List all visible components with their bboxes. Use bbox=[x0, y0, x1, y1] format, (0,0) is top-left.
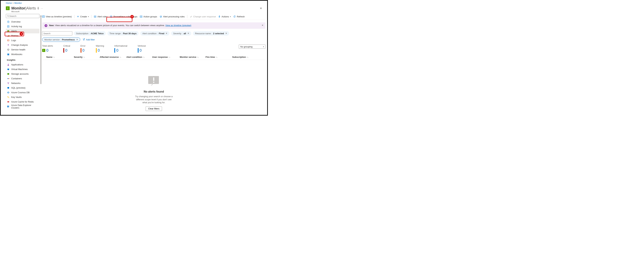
filter-pill-1[interactable]: Time range : Past 30 days bbox=[108, 31, 138, 36]
column-severity[interactable]: Severity↑↓ bbox=[74, 56, 100, 58]
sidebar-item-change-analysis[interactable]: Change Analysis bbox=[6, 43, 40, 47]
svg-rect-51 bbox=[153, 77, 154, 81]
lightning-icon bbox=[218, 15, 220, 18]
toolbar-action-groups[interactable]: Action groups bbox=[140, 15, 157, 18]
metric-critical[interactable]: Critical0 bbox=[63, 44, 70, 53]
breadcrumb-monitor[interactable]: Monitor bbox=[14, 2, 22, 4]
sidebar-item-workbooks[interactable]: Workbooks bbox=[6, 52, 40, 57]
pin-icon[interactable] bbox=[37, 7, 40, 9]
sort-icon: ↑↓ bbox=[216, 56, 218, 58]
sidebar-item-sql[interactable]: SQL (preview) bbox=[6, 85, 40, 90]
svg-rect-41 bbox=[140, 16, 141, 17]
metrics-icon bbox=[7, 34, 10, 37]
metric-error[interactable]: Error0 bbox=[80, 44, 86, 53]
remove-filter-icon[interactable]: ✕ bbox=[76, 38, 78, 41]
sidebar-item-activity-log[interactable]: Activity log bbox=[6, 24, 40, 29]
sql-icon bbox=[7, 87, 10, 89]
column-affected-resource[interactable]: Affected resource↑↓ bbox=[100, 56, 126, 58]
applications-icon bbox=[7, 63, 10, 66]
containers-icon bbox=[7, 77, 10, 80]
toolbar-create[interactable]: Create ▾ bbox=[77, 15, 89, 18]
toolbar-processing-rules[interactable]: Alert processing rules bbox=[160, 15, 185, 18]
sidebar-item-azure-cache-redis[interactable]: Azure Cache for Redis bbox=[6, 99, 40, 104]
column-alert-condition[interactable]: Alert condition↑↓ bbox=[126, 56, 152, 58]
scrollbar-thumb[interactable] bbox=[40, 15, 42, 84]
overview-icon bbox=[7, 21, 10, 23]
add-filter-button[interactable]: Add filter bbox=[83, 38, 95, 41]
sidebar-item-label: Azure Cache for Redis bbox=[11, 100, 34, 103]
metric-warning[interactable]: Warning0 bbox=[96, 44, 104, 53]
remove-filter-icon[interactable]: ✕ bbox=[188, 32, 189, 34]
toolbar: View as timeline (preview) Create ▾ Aler… bbox=[42, 14, 266, 20]
filter-pill-0[interactable]: Subscription : ACME Telco bbox=[74, 31, 106, 36]
column-name[interactable]: Name↑↓ bbox=[46, 56, 74, 58]
sidebar-item-overview[interactable]: Overview bbox=[6, 19, 40, 24]
column-fire-time[interactable]: Fire time↑↓ bbox=[206, 56, 232, 58]
sort-icon: ↑↓ bbox=[246, 56, 248, 58]
sidebar-item-networks[interactable]: Networks bbox=[6, 81, 40, 85]
filter-icon bbox=[83, 38, 85, 41]
column-subscription[interactable]: Subscription↑↓ bbox=[232, 56, 253, 58]
close-blade-icon[interactable]: ✕ bbox=[260, 7, 262, 10]
banner-text: New: View alerts visualized on a timelin… bbox=[49, 24, 191, 27]
sidebar-item-cosmos-db[interactable]: Azure Cosmos DB bbox=[6, 90, 40, 95]
alerts-search[interactable] bbox=[42, 31, 72, 35]
prometheus-icon bbox=[110, 15, 112, 18]
banner-link[interactable]: View as timeline (preview) bbox=[165, 24, 191, 27]
sort-icon: ↑↓ bbox=[197, 56, 199, 58]
sidebar-search-input[interactable] bbox=[9, 15, 38, 17]
breadcrumb-home[interactable]: Home bbox=[6, 2, 12, 4]
svg-rect-30 bbox=[7, 106, 8, 107]
logs-icon bbox=[7, 39, 10, 42]
filter-pill-3[interactable]: Severity : all✕ bbox=[171, 31, 191, 36]
sidebar-item-label: Alerts bbox=[11, 30, 17, 32]
filter-pill-4[interactable]: Resource name : 2 selected✕ bbox=[193, 31, 229, 36]
sidebar-item-logs[interactable]: Logs bbox=[6, 38, 40, 43]
sidebar-item-virtual-machines[interactable]: Virtual Machines bbox=[6, 67, 40, 72]
svg-rect-37 bbox=[94, 16, 96, 17]
sidebar-item-storage-accounts[interactable]: Storage accounts bbox=[6, 72, 40, 76]
info-icon: ✦ bbox=[44, 24, 47, 27]
banner-close-icon[interactable]: ✕ bbox=[262, 24, 264, 26]
toolbar-alert-rules[interactable]: Alert rules bbox=[94, 15, 108, 18]
sidebar-item-key-vaults[interactable]: Key Vaults bbox=[6, 95, 40, 99]
sidebar-scrollbar[interactable] bbox=[40, 14, 42, 113]
redis-icon bbox=[7, 101, 10, 103]
remove-filter-icon[interactable]: ✕ bbox=[225, 32, 227, 34]
remove-filter-icon[interactable]: ✕ bbox=[166, 32, 167, 34]
monitor-icon: ! bbox=[6, 6, 10, 10]
action-groups-icon bbox=[140, 15, 142, 18]
clear-filters-button[interactable]: Clear filters bbox=[146, 106, 162, 111]
alerts-search-input[interactable] bbox=[44, 32, 72, 35]
toolbar-view-timeline[interactable]: View as timeline (preview) bbox=[42, 15, 72, 18]
annotation-badge-1: 1 bbox=[20, 32, 23, 36]
sidebar-item-applications[interactable]: Applications bbox=[6, 62, 40, 67]
key-vaults-icon bbox=[7, 96, 10, 98]
metric-informational[interactable]: Informational0 bbox=[114, 44, 127, 53]
sidebar-item-service-health[interactable]: Service health bbox=[6, 47, 40, 52]
more-icon[interactable]: ··· bbox=[41, 7, 43, 10]
svg-rect-8 bbox=[8, 36, 8, 37]
column-monitor-service[interactable]: Monitor service↑↓ bbox=[180, 56, 206, 58]
filter-pill-5[interactable]: Monitor service : Prometheus✕ bbox=[42, 37, 80, 42]
empty-title: No alerts found bbox=[144, 90, 164, 93]
toolbar-actions[interactable]: Actions ▾ bbox=[218, 15, 231, 18]
sidebar-item-label: Applications bbox=[11, 63, 23, 66]
metric-total-alerts[interactable]: Total alerts!0 bbox=[42, 44, 53, 53]
check-icon bbox=[190, 15, 192, 18]
sidebar: « Overview Activity log !Alerts Metrics … bbox=[1, 14, 40, 113]
svg-rect-12 bbox=[8, 53, 9, 55]
sidebar-search[interactable] bbox=[6, 14, 40, 18]
metric-verbose[interactable]: Verbose0 bbox=[138, 44, 146, 53]
filter-pill-2[interactable]: Alert condition : Fired✕ bbox=[140, 31, 170, 36]
svg-rect-32 bbox=[42, 16, 44, 17]
sidebar-item-label: Containers bbox=[11, 77, 22, 80]
svg-rect-10 bbox=[9, 35, 9, 37]
sidebar-item-data-explorer[interactable]: Azure Data Explorer Clusters bbox=[6, 104, 40, 109]
sidebar-item-containers[interactable]: Containers bbox=[6, 76, 40, 81]
column-user-response[interactable]: User response↑↓ bbox=[152, 56, 180, 58]
grouping-select[interactable]: No grouping ▾ bbox=[239, 44, 266, 49]
svg-rect-15 bbox=[8, 65, 9, 65]
collapse-sidebar-icon[interactable]: « bbox=[40, 15, 42, 17]
toolbar-refresh[interactable]: Refresh bbox=[233, 15, 245, 18]
